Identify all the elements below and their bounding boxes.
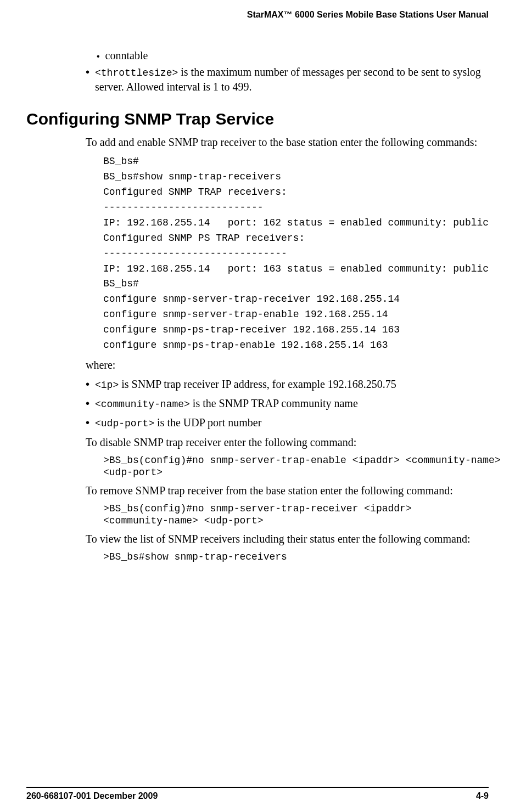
code-block-4: >BS_bs#show snmp-trap-receivers — [103, 551, 489, 563]
where-label: where: — [86, 358, 489, 373]
footer-right: 4-9 — [476, 791, 489, 801]
disable-para: To disable SNMP trap receiver enter the … — [86, 435, 489, 450]
where-udpport-desc: is the UDP port number — [154, 416, 261, 428]
code-block-3: >BS_bs(config)#no snmp-server-trap-recei… — [103, 503, 489, 527]
section-heading: Configuring SNMP Trap Service — [26, 110, 489, 128]
bullet-content: <throttlesize> is the maximum number of … — [95, 65, 489, 94]
bullet-dot-icon: • — [97, 52, 100, 61]
code-throttlesize: <throttlesize> — [95, 67, 178, 78]
where-item-community: • <community-name> is the SNMP TRAP comm… — [86, 396, 489, 411]
view-para: To view the list of SNMP receivers inclu… — [86, 532, 489, 546]
where-item-ip: • <ip> is SNMP trap receiver IP address,… — [86, 377, 489, 392]
code-udpport: <udp-port> — [95, 418, 154, 429]
where-item-udpport: • <udp-port> is the UDP port number — [86, 415, 489, 430]
code-block-2: >BS_bs(config)#no snmp-server-trap-enabl… — [103, 454, 489, 479]
bullet-conntable: •conntable — [97, 47, 489, 64]
bullet-text: conntable — [105, 49, 148, 61]
bullet-throttlesize: • <throttlesize> is the maximum number o… — [86, 65, 489, 94]
bullet-content: <community-name> is the SNMP TRAP commun… — [95, 396, 358, 411]
intro-para: To add and enable SNMP trap receiver to … — [86, 135, 489, 150]
bullet-content: <udp-port> is the UDP port number — [95, 415, 261, 430]
footer-left: 260-668107-001 December 2009 — [26, 791, 158, 801]
code-ip: <ip> — [95, 380, 119, 391]
code-community: <community-name> — [95, 399, 190, 410]
bullet-content: <ip> is SNMP trap receiver IP address, f… — [95, 377, 396, 392]
bullet-dot-icon: • — [86, 396, 89, 411]
page-footer: 260-668107-001 December 2009 4-9 — [26, 787, 489, 801]
bullet-dot-icon: • — [86, 377, 89, 392]
code-block-1: BS_bs# BS_bs#show snmp-trap-receivers Co… — [103, 154, 489, 353]
bullet-dot-icon: • — [86, 65, 89, 94]
remove-para: To remove SNMP trap receiver from the ba… — [86, 483, 489, 498]
page-content: •conntable • <throttlesize> is the maxim… — [0, 25, 515, 563]
where-ip-desc: is SNMP trap receiver IP address, for ex… — [119, 378, 396, 390]
page-header: StarMAX™ 6000 Series Mobile Base Station… — [0, 0, 515, 25]
bullet-dot-icon: • — [86, 415, 89, 430]
where-community-desc: is the SNMP TRAP community name — [190, 397, 358, 409]
